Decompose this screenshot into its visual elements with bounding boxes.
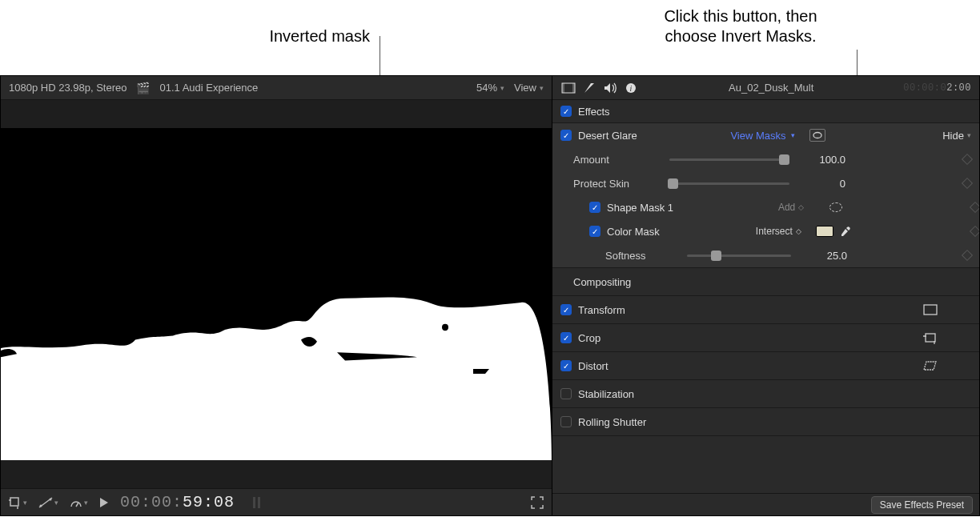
crop-section[interactable]: ✓ Crop xyxy=(552,324,979,351)
viewer-canvas[interactable] xyxy=(1,100,552,488)
eyedropper-icon[interactable] xyxy=(840,226,851,237)
svg-rect-9 xyxy=(562,83,564,93)
protect-skin-slider[interactable] xyxy=(669,182,789,185)
stabilization-section[interactable]: Stabilization xyxy=(552,380,979,407)
inspector-header: i Au_02_Dusk_Mult 00:00:02:00 xyxy=(552,76,979,100)
chevron-down-icon: ▾ xyxy=(500,84,504,92)
param-shape-mask: ✓ Shape Mask 1 Add ◇ xyxy=(552,195,979,219)
keyframe-icon[interactable] xyxy=(962,178,973,189)
fullscreen-icon[interactable] xyxy=(531,496,544,509)
play-button[interactable] xyxy=(99,497,109,508)
shape-mask-icon[interactable] xyxy=(829,202,842,212)
zoom-dropdown[interactable]: 54% ▾ xyxy=(476,82,504,94)
stabilization-checkbox[interactable] xyxy=(560,388,572,399)
keyframe-icon[interactable] xyxy=(970,202,979,213)
crop-checkbox[interactable]: ✓ xyxy=(560,332,572,343)
audio-inspector-tab[interactable] xyxy=(602,80,618,96)
retime-tool-icon[interactable]: ▾ xyxy=(38,497,58,508)
inverted-mask-preview xyxy=(1,128,552,460)
svg-point-1 xyxy=(442,324,448,331)
svg-text:i: i xyxy=(630,84,633,93)
video-inspector-tab[interactable] xyxy=(560,80,576,96)
inspector-clip-name: Au_02_Dusk_Mult xyxy=(647,82,895,94)
chevron-down-icon: ▾ xyxy=(540,84,544,92)
inspector-timecode: 00:00:02:00 xyxy=(903,82,971,94)
viewer-pane: 1080p HD 23.98p, Stereo 🎬 01.1 Audi Expe… xyxy=(1,76,552,515)
svg-rect-2 xyxy=(10,498,18,506)
param-color-mask: ✓ Color Mask Intersect ◇ xyxy=(552,219,979,243)
svg-point-3 xyxy=(40,504,42,507)
info-inspector-tab[interactable]: i xyxy=(623,80,639,96)
chevron-down-icon: ▾ xyxy=(791,131,795,139)
svg-rect-6 xyxy=(253,497,255,508)
softness-value[interactable]: 25.0 xyxy=(799,250,847,262)
distort-section[interactable]: ✓ Distort xyxy=(552,352,979,379)
effects-section-header[interactable]: ✓ Effects xyxy=(552,100,979,122)
effects-checkbox[interactable]: ✓ xyxy=(560,106,572,117)
clip-title: 01.1 Audi Experience xyxy=(159,82,258,94)
help-callouts: Inverted mask Click this button, then ch… xyxy=(0,0,980,72)
hide-effect-button[interactable]: Hide ▾ xyxy=(942,130,971,142)
clapper-icon: 🎬 xyxy=(136,82,150,94)
param-softness: Softness 25.0 xyxy=(552,243,979,267)
color-swatch[interactable] xyxy=(816,226,833,237)
view-dropdown[interactable]: View ▾ xyxy=(514,82,544,94)
effect-enable-checkbox[interactable]: ✓ xyxy=(560,130,572,141)
speed-gauge-icon[interactable]: ▾ xyxy=(70,497,88,508)
svg-rect-14 xyxy=(924,305,937,315)
keyframe-icon[interactable] xyxy=(962,250,973,261)
rolling-shutter-section[interactable]: Rolling Shutter xyxy=(552,408,979,435)
distort-checkbox[interactable]: ✓ xyxy=(560,360,572,371)
rolling-shutter-checkbox[interactable] xyxy=(560,416,572,427)
crop-tool-icon[interactable]: ▾ xyxy=(9,496,27,509)
svg-line-5 xyxy=(76,503,78,507)
callout-invert-button: Click this button, then choose Invert Ma… xyxy=(629,6,853,46)
color-mask-checkbox[interactable]: ✓ xyxy=(589,226,600,237)
amount-value[interactable]: 100.0 xyxy=(797,154,845,166)
inspector-footer: Save Effects Preset xyxy=(552,493,979,515)
callout-inverted-mask: Inverted mask xyxy=(146,27,370,46)
keyframe-icon[interactable] xyxy=(962,154,973,165)
app-window: 1080p HD 23.98p, Stereo 🎬 01.1 Audi Expe… xyxy=(0,75,980,516)
timecode-display[interactable]: 00:00:59:08 xyxy=(120,493,235,511)
crop-icon[interactable] xyxy=(923,331,938,344)
shape-mask-mode[interactable]: Add ◇ xyxy=(778,202,804,213)
svg-rect-10 xyxy=(572,83,575,93)
amount-slider[interactable] xyxy=(669,158,789,161)
color-mask-mode[interactable]: Intersect ◇ xyxy=(756,226,801,237)
effect-row-desert-glare[interactable]: ✓ Desert Glare View Masks ▾ Hide ▾ xyxy=(552,123,979,147)
inspector-body: ✓ Effects ✓ Desert Glare View Masks ▾ xyxy=(552,100,979,493)
compositing-section[interactable]: Compositing xyxy=(552,268,979,295)
protect-skin-value[interactable]: 0 xyxy=(797,178,845,190)
mask-menu-button[interactable] xyxy=(809,129,825,142)
transform-section[interactable]: ✓ Transform xyxy=(552,296,979,323)
svg-point-4 xyxy=(50,498,52,500)
svg-rect-7 xyxy=(258,497,260,508)
audio-meter-icon[interactable] xyxy=(251,495,263,510)
svg-point-13 xyxy=(813,133,821,138)
viewer-header: 1080p HD 23.98p, Stereo 🎬 01.1 Audi Expe… xyxy=(1,76,552,100)
keyframe-icon[interactable] xyxy=(970,226,979,237)
transform-checkbox[interactable]: ✓ xyxy=(560,304,572,315)
color-inspector-tab[interactable] xyxy=(581,80,597,96)
shape-mask-checkbox[interactable]: ✓ xyxy=(589,202,600,213)
view-masks-dropdown[interactable]: View Masks ▾ xyxy=(730,130,794,142)
transform-icon[interactable] xyxy=(923,304,938,315)
inspector-pane: i Au_02_Dusk_Mult 00:00:02:00 ✓ Effects … xyxy=(552,76,979,515)
save-effects-preset-button[interactable]: Save Effects Preset xyxy=(871,496,973,514)
distort-icon[interactable] xyxy=(922,360,938,371)
svg-rect-15 xyxy=(926,334,935,342)
viewer-footer: ▾ ▾ ▾ 00:00:59:08 xyxy=(1,488,552,515)
chevron-down-icon: ▾ xyxy=(967,131,971,139)
param-protect-skin: Protect Skin 0 xyxy=(552,171,979,195)
format-label: 1080p HD 23.98p, Stereo xyxy=(9,82,127,94)
softness-slider[interactable] xyxy=(687,254,791,257)
param-amount: Amount 100.0 xyxy=(552,147,979,171)
